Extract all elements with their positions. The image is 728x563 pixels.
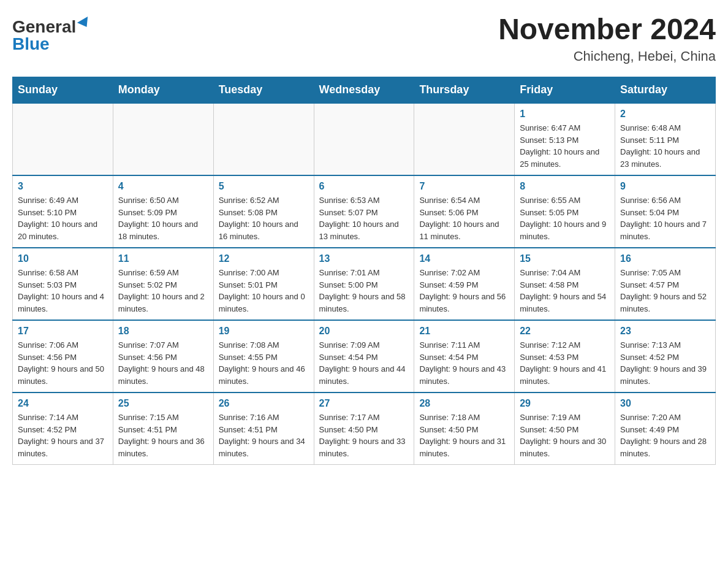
- calendar-cell: 18Sunrise: 7:07 AMSunset: 4:56 PMDayligh…: [113, 320, 213, 393]
- calendar-header-sunday: Sunday: [13, 77, 113, 104]
- calendar-table: SundayMondayTuesdayWednesdayThursdayFrid…: [12, 77, 716, 465]
- logo-blue-text: Blue: [12, 34, 50, 53]
- day-number: 18: [118, 326, 208, 337]
- day-number: 22: [520, 326, 610, 337]
- calendar-header-friday: Friday: [515, 77, 615, 104]
- day-number: 10: [18, 253, 108, 264]
- day-number: 2: [620, 109, 710, 120]
- day-info: Sunrise: 7:19 AMSunset: 4:50 PMDaylight:…: [520, 412, 610, 459]
- day-info: Sunrise: 7:16 AMSunset: 4:51 PMDaylight:…: [219, 412, 309, 459]
- day-number: 16: [620, 253, 710, 264]
- calendar-cell: 15Sunrise: 7:04 AMSunset: 4:58 PMDayligh…: [515, 248, 615, 320]
- logo-arrow-icon: [77, 17, 92, 30]
- day-number: 17: [18, 326, 108, 337]
- day-number: 7: [419, 181, 509, 192]
- day-number: 9: [620, 181, 710, 192]
- day-info: Sunrise: 7:07 AMSunset: 4:56 PMDaylight:…: [118, 339, 208, 387]
- calendar-cell: 8Sunrise: 6:55 AMSunset: 5:05 PMDaylight…: [515, 175, 615, 248]
- calendar-cell: 2Sunrise: 6:48 AMSunset: 5:11 PMDaylight…: [615, 103, 716, 175]
- day-number: 20: [319, 326, 409, 337]
- calendar-cell: 16Sunrise: 7:05 AMSunset: 4:57 PMDayligh…: [615, 248, 716, 320]
- day-number: 8: [520, 181, 610, 192]
- day-number: 21: [419, 326, 509, 337]
- calendar-cell: 24Sunrise: 7:14 AMSunset: 4:52 PMDayligh…: [13, 393, 113, 465]
- week-row-4: 17Sunrise: 7:06 AMSunset: 4:56 PMDayligh…: [13, 320, 716, 393]
- day-info: Sunrise: 6:59 AMSunset: 5:02 PMDaylight:…: [118, 267, 208, 315]
- day-number: 27: [319, 398, 409, 409]
- day-number: 1: [520, 109, 610, 120]
- calendar-header-saturday: Saturday: [615, 77, 716, 104]
- day-number: 25: [118, 398, 208, 409]
- week-row-5: 24Sunrise: 7:14 AMSunset: 4:52 PMDayligh…: [13, 393, 716, 465]
- day-info: Sunrise: 6:56 AMSunset: 5:04 PMDaylight:…: [620, 194, 710, 242]
- day-number: 23: [620, 326, 710, 337]
- day-number: 3: [18, 181, 108, 192]
- calendar-cell: 29Sunrise: 7:19 AMSunset: 4:50 PMDayligh…: [515, 393, 615, 465]
- calendar-cell: 28Sunrise: 7:18 AMSunset: 4:50 PMDayligh…: [414, 393, 515, 465]
- day-info: Sunrise: 6:52 AMSunset: 5:08 PMDaylight:…: [219, 194, 309, 242]
- calendar-cell: 1Sunrise: 6:47 AMSunset: 5:13 PMDaylight…: [515, 103, 615, 175]
- title-area: November 2024 Chicheng, Hebei, China: [498, 12, 716, 64]
- day-info: Sunrise: 6:48 AMSunset: 5:11 PMDaylight:…: [620, 122, 710, 170]
- calendar-cell: 30Sunrise: 7:20 AMSunset: 4:49 PMDayligh…: [615, 393, 716, 465]
- day-info: Sunrise: 7:12 AMSunset: 4:53 PMDaylight:…: [520, 339, 610, 387]
- calendar-header-row: SundayMondayTuesdayWednesdayThursdayFrid…: [13, 77, 716, 104]
- logo-general-text: General: [12, 18, 76, 36]
- calendar-cell: 27Sunrise: 7:17 AMSunset: 4:50 PMDayligh…: [314, 393, 414, 465]
- calendar-cell: 10Sunrise: 6:58 AMSunset: 5:03 PMDayligh…: [13, 248, 113, 320]
- day-info: Sunrise: 7:01 AMSunset: 5:00 PMDaylight:…: [319, 267, 409, 315]
- week-row-1: 1Sunrise: 6:47 AMSunset: 5:13 PMDaylight…: [13, 103, 716, 175]
- day-info: Sunrise: 6:58 AMSunset: 5:03 PMDaylight:…: [18, 267, 108, 315]
- week-row-2: 3Sunrise: 6:49 AMSunset: 5:10 PMDaylight…: [13, 175, 716, 248]
- day-number: 19: [219, 326, 309, 337]
- day-info: Sunrise: 6:55 AMSunset: 5:05 PMDaylight:…: [520, 194, 610, 242]
- day-info: Sunrise: 7:14 AMSunset: 4:52 PMDaylight:…: [18, 412, 108, 459]
- calendar-cell: 25Sunrise: 7:15 AMSunset: 4:51 PMDayligh…: [113, 393, 213, 465]
- day-number: 13: [319, 253, 409, 264]
- month-title: November 2024: [498, 12, 716, 46]
- day-number: 15: [520, 253, 610, 264]
- day-info: Sunrise: 6:54 AMSunset: 5:06 PMDaylight:…: [419, 194, 509, 242]
- calendar-cell: 19Sunrise: 7:08 AMSunset: 4:55 PMDayligh…: [213, 320, 314, 393]
- calendar-cell: 12Sunrise: 7:00 AMSunset: 5:01 PMDayligh…: [213, 248, 314, 320]
- day-number: 29: [520, 398, 610, 409]
- logo: General Blue: [12, 12, 91, 53]
- page-header: General Blue November 2024 Chicheng, Heb…: [12, 12, 716, 64]
- day-info: Sunrise: 7:15 AMSunset: 4:51 PMDaylight:…: [118, 412, 208, 459]
- calendar-cell: 13Sunrise: 7:01 AMSunset: 5:00 PMDayligh…: [314, 248, 414, 320]
- day-number: 11: [118, 253, 208, 264]
- day-number: 28: [419, 398, 509, 409]
- day-number: 30: [620, 398, 710, 409]
- day-info: Sunrise: 7:20 AMSunset: 4:49 PMDaylight:…: [620, 412, 710, 459]
- day-number: 26: [219, 398, 309, 409]
- calendar-cell: 17Sunrise: 7:06 AMSunset: 4:56 PMDayligh…: [13, 320, 113, 393]
- calendar-cell: 6Sunrise: 6:53 AMSunset: 5:07 PMDaylight…: [314, 175, 414, 248]
- calendar-cell: 5Sunrise: 6:52 AMSunset: 5:08 PMDaylight…: [213, 175, 314, 248]
- day-info: Sunrise: 6:49 AMSunset: 5:10 PMDaylight:…: [18, 194, 108, 242]
- day-info: Sunrise: 7:04 AMSunset: 4:58 PMDaylight:…: [520, 267, 610, 315]
- calendar-cell: 20Sunrise: 7:09 AMSunset: 4:54 PMDayligh…: [314, 320, 414, 393]
- calendar-cell: 11Sunrise: 6:59 AMSunset: 5:02 PMDayligh…: [113, 248, 213, 320]
- calendar-cell: 23Sunrise: 7:13 AMSunset: 4:52 PMDayligh…: [615, 320, 716, 393]
- day-number: 14: [419, 253, 509, 264]
- location-subtitle: Chicheng, Hebei, China: [498, 48, 716, 64]
- day-number: 5: [219, 181, 309, 192]
- day-info: Sunrise: 7:17 AMSunset: 4:50 PMDaylight:…: [319, 412, 409, 459]
- calendar-cell: 26Sunrise: 7:16 AMSunset: 4:51 PMDayligh…: [213, 393, 314, 465]
- calendar-cell: 3Sunrise: 6:49 AMSunset: 5:10 PMDaylight…: [13, 175, 113, 248]
- day-info: Sunrise: 6:50 AMSunset: 5:09 PMDaylight:…: [118, 194, 208, 242]
- day-info: Sunrise: 7:18 AMSunset: 4:50 PMDaylight:…: [419, 412, 509, 459]
- calendar-cell: 9Sunrise: 6:56 AMSunset: 5:04 PMDaylight…: [615, 175, 716, 248]
- day-info: Sunrise: 6:53 AMSunset: 5:07 PMDaylight:…: [319, 194, 409, 242]
- calendar-cell: [213, 103, 314, 175]
- day-info: Sunrise: 7:11 AMSunset: 4:54 PMDaylight:…: [419, 339, 509, 387]
- calendar-header-wednesday: Wednesday: [314, 77, 414, 104]
- day-info: Sunrise: 7:02 AMSunset: 4:59 PMDaylight:…: [419, 267, 509, 315]
- calendar-cell: [13, 103, 113, 175]
- calendar-header-monday: Monday: [113, 77, 213, 104]
- day-info: Sunrise: 7:08 AMSunset: 4:55 PMDaylight:…: [219, 339, 309, 387]
- day-number: 4: [118, 181, 208, 192]
- calendar-header-tuesday: Tuesday: [213, 77, 314, 104]
- calendar-cell: 21Sunrise: 7:11 AMSunset: 4:54 PMDayligh…: [414, 320, 515, 393]
- day-number: 6: [319, 181, 409, 192]
